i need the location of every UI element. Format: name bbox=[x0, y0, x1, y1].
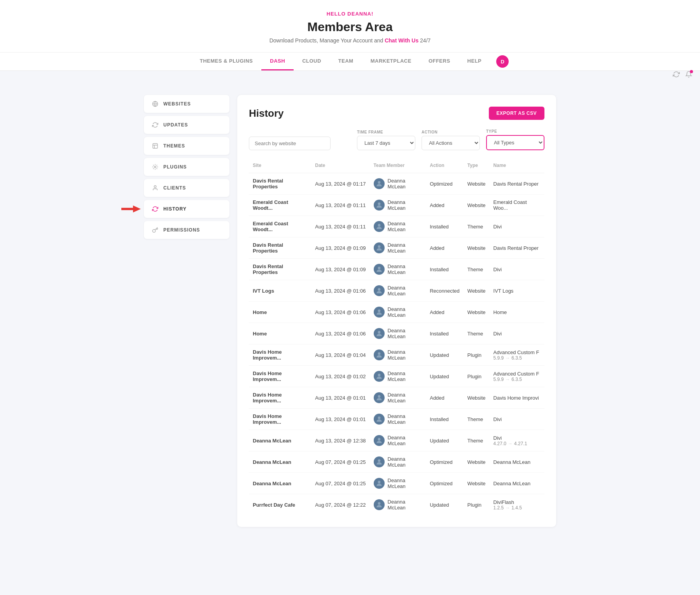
cell-action: Installed bbox=[426, 259, 464, 280]
cell-site: Davis Rental Properties bbox=[249, 259, 311, 280]
cell-date: Aug 07, 2024 @ 12:22 bbox=[311, 494, 369, 516]
sidebar-item-plugins[interactable]: PLUGINS bbox=[144, 158, 229, 176]
cell-action: Updated bbox=[426, 430, 464, 451]
chat-link[interactable]: Chat With Us bbox=[385, 37, 418, 44]
cell-action: Updated bbox=[426, 366, 464, 387]
cell-member: Deanna McLean bbox=[370, 344, 426, 366]
sidebar-item-history[interactable]: HISTORY bbox=[144, 200, 229, 218]
cell-date: Aug 13, 2024 @ 01:11 bbox=[311, 195, 369, 216]
member-name: Deanna McLean bbox=[388, 413, 422, 425]
cell-name: Divi bbox=[490, 323, 544, 344]
cell-member: Deanna McLean bbox=[370, 387, 426, 409]
cell-date: Aug 13, 2024 @ 01:02 bbox=[311, 366, 369, 387]
sidebar-label-plugins: PLUGINS bbox=[163, 164, 187, 170]
sidebar-label-themes: THEMES bbox=[163, 143, 185, 149]
cell-name: DiviFlash 1.2.5 → 1.4.5 bbox=[490, 494, 544, 516]
member-avatar bbox=[374, 499, 385, 510]
cell-name: Advanced Custom F 5.9.9 → 6.3.5 bbox=[490, 344, 544, 366]
cell-site: Davis Home Improvem... bbox=[249, 344, 311, 366]
cell-site: Deanna McLean bbox=[249, 430, 311, 451]
action-group: ACTION All Actions Installed Updated Opt… bbox=[422, 130, 480, 150]
sidebar-item-websites[interactable]: WEBSITES bbox=[144, 95, 229, 113]
cell-action: Installed bbox=[426, 216, 464, 237]
refresh-icon bbox=[152, 121, 159, 128]
nav-offers[interactable]: OFFERS bbox=[420, 53, 459, 70]
type-select[interactable]: All Types Website Theme Plugin bbox=[486, 135, 544, 150]
notification-button[interactable] bbox=[685, 71, 692, 79]
cell-type: Theme bbox=[464, 323, 490, 344]
nav-marketplace[interactable]: MARKETPLACE bbox=[362, 53, 420, 70]
refresh-button[interactable] bbox=[673, 71, 680, 79]
table-row: Home Aug 13, 2024 @ 01:06 Deanna McLean … bbox=[249, 302, 544, 323]
version-from: 4.27.0 bbox=[494, 441, 506, 446]
nav-dash[interactable]: DASH bbox=[261, 53, 294, 70]
sidebar-item-permissions[interactable]: PERMISSIONS bbox=[144, 221, 229, 239]
member-avatar bbox=[374, 178, 385, 189]
sidebar-label-updates: UPDATES bbox=[163, 122, 188, 128]
member-avatar bbox=[374, 221, 385, 232]
cell-action: Updated bbox=[426, 344, 464, 366]
col-date: Date bbox=[311, 160, 369, 173]
svg-point-24 bbox=[378, 502, 380, 505]
timeframe-select[interactable]: Last 7 days Last 30 days Last 90 days bbox=[357, 136, 415, 150]
cell-name: Divi bbox=[490, 409, 544, 430]
member-name: Deanna McLean bbox=[388, 435, 422, 446]
version-from: 5.9.9 bbox=[494, 377, 504, 382]
cell-name: Advanced Custom F 5.9.9 → 6.3.5 bbox=[490, 366, 544, 387]
layout-icon bbox=[152, 142, 159, 149]
search-input[interactable] bbox=[249, 137, 331, 150]
cell-site: Davis Rental Properties bbox=[249, 173, 311, 195]
cell-action: Optimized bbox=[426, 173, 464, 195]
key-icon bbox=[152, 226, 159, 233]
version-from: 5.9.9 bbox=[494, 355, 504, 361]
cell-type: Website bbox=[464, 473, 490, 494]
cell-action: Installed bbox=[426, 323, 464, 344]
nav-themes-plugins[interactable]: THEMES & PLUGINS bbox=[191, 53, 262, 70]
member-name: Deanna McLean bbox=[388, 392, 422, 404]
export-csv-button[interactable]: EXPORT AS CSV bbox=[489, 107, 544, 120]
arrow-icon: → bbox=[508, 441, 513, 446]
sidebar-item-updates[interactable]: UPDATES bbox=[144, 116, 229, 134]
table-row: Davis Home Improvem... Aug 13, 2024 @ 01… bbox=[249, 366, 544, 387]
table-row: Purrfect Day Cafe Aug 07, 2024 @ 12:22 D… bbox=[249, 494, 544, 516]
timeframe-group: TIME FRAME Last 7 days Last 30 days Last… bbox=[357, 130, 415, 150]
sidebar-item-clients[interactable]: CLIENTS bbox=[144, 179, 229, 197]
cell-member: Deanna McLean bbox=[370, 323, 426, 344]
action-select[interactable]: All Actions Installed Updated Optimized … bbox=[422, 136, 480, 150]
cell-site: Davis Home Improvem... bbox=[249, 387, 311, 409]
avatar[interactable]: D bbox=[496, 55, 509, 68]
item-name: Deanna McLean bbox=[494, 481, 530, 486]
cell-site: Deanna McLean bbox=[249, 473, 311, 494]
svg-point-15 bbox=[378, 309, 380, 312]
cell-action: Optimized bbox=[426, 473, 464, 494]
cell-action: Added bbox=[426, 195, 464, 216]
member-name: Deanna McLean bbox=[388, 263, 422, 275]
cell-type: Website bbox=[464, 237, 490, 259]
cell-site: Home bbox=[249, 323, 311, 344]
svg-point-14 bbox=[378, 288, 380, 291]
svg-rect-2 bbox=[153, 144, 158, 148]
nav-team[interactable]: TEAM bbox=[330, 53, 362, 70]
member-name: Deanna McLean bbox=[388, 499, 422, 511]
item-name: Davis Home Improvi bbox=[494, 395, 539, 401]
item-name: Divi bbox=[494, 331, 502, 337]
table-header: Site Date Team Member Action Type Name bbox=[249, 160, 544, 173]
version-to: 6.3.5 bbox=[511, 355, 522, 361]
nav-cloud[interactable]: CLOUD bbox=[294, 53, 330, 70]
cell-type: Plugin bbox=[464, 344, 490, 366]
member-avatar bbox=[374, 200, 385, 211]
type-group: TYPE All Types Website Theme Plugin bbox=[486, 129, 544, 150]
col-site: Site bbox=[249, 160, 311, 173]
globe-icon bbox=[152, 100, 159, 107]
top-header: HELLO DEANNA! Members Area Download Prod… bbox=[0, 0, 700, 71]
nav-help[interactable]: HELP bbox=[459, 53, 490, 70]
sidebar-item-themes[interactable]: THEMES bbox=[144, 137, 229, 155]
member-avatar bbox=[374, 371, 385, 382]
cell-member: Deanna McLean bbox=[370, 237, 426, 259]
cell-date: Aug 13, 2024 @ 01:06 bbox=[311, 302, 369, 323]
cell-site: IVT Logs bbox=[249, 280, 311, 302]
cell-type: Website bbox=[464, 280, 490, 302]
toolbar-icons bbox=[0, 71, 700, 79]
cell-site: Davis Rental Properties bbox=[249, 237, 311, 259]
member-avatar bbox=[374, 435, 385, 446]
